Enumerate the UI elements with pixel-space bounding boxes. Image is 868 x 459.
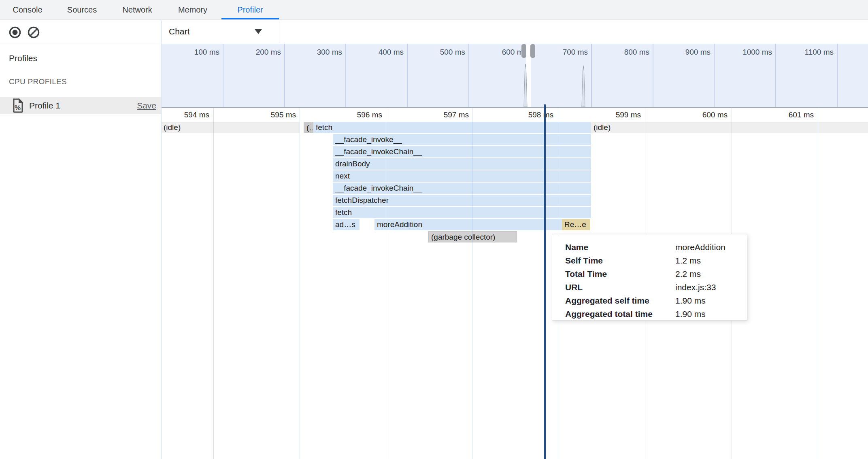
chevron-down-icon (255, 29, 262, 34)
ruler-tick-label: 600 ms (702, 110, 728, 119)
flame-block[interactable]: __facade_invokeChain__ (333, 146, 591, 157)
flame-block[interactable]: Re…e (562, 219, 590, 230)
selection-right-handle[interactable] (530, 44, 535, 58)
tab-memory[interactable]: Memory (168, 0, 217, 19)
profile-name: Profile 1 (29, 101, 60, 110)
devtools-profiler-panel: ConsoleSourcesNetworkMemoryProfiler Char… (0, 0, 868, 459)
timeline-overview[interactable]: 100 ms200 ms300 ms400 ms500 ms600 ms700 … (161, 44, 868, 108)
tooltip-row-value: 1.2 ms (675, 254, 701, 267)
svg-text:%: % (15, 104, 21, 112)
record-icon[interactable] (8, 26, 22, 39)
tooltip-row-label: URL (565, 280, 675, 294)
grid-line (386, 108, 386, 459)
flame-block[interactable]: moreAddition (374, 219, 562, 230)
sidebar-divider (161, 20, 162, 459)
flame-block[interactable]: next (333, 170, 591, 182)
ruler-tick-label: 601 ms (789, 110, 814, 119)
tooltip-row-label: Total Time (565, 267, 675, 280)
tab-sources[interactable]: Sources (57, 0, 107, 19)
toolbar (0, 20, 868, 43)
view-select-value: Chart (169, 27, 189, 36)
detail-ruler: 594 ms595 ms596 ms597 ms598 ms599 ms600 … (161, 108, 868, 122)
ruler-tick-label: 599 ms (616, 110, 641, 119)
grid-line (300, 108, 300, 459)
flame-block[interactable]: (idle) (591, 122, 868, 133)
tooltip-row-value: 1.90 ms (675, 307, 706, 321)
tooltip-row: Total Time2.2 ms (565, 267, 747, 280)
ruler-tick-label: 594 ms (184, 110, 209, 119)
profile-document-icon: % (11, 98, 24, 113)
tooltip-row: URLindex.js:33 (565, 280, 747, 294)
profiles-heading: Profiles (9, 53, 37, 63)
tooltip-row-label: Aggregated total time (565, 307, 675, 321)
flame-block[interactable]: fetch (333, 207, 591, 218)
flame-block[interactable]: ad…s (333, 219, 360, 230)
selection-left-handle[interactable] (521, 44, 526, 58)
cpu-activity-spikes (161, 44, 868, 107)
flame-block[interactable]: fetchDispatcher (333, 195, 591, 206)
sidebar-item-profile-1[interactable]: % Profile 1 Save (0, 97, 161, 114)
tooltip-row: Aggregated total time1.90 ms (565, 307, 747, 321)
flame-block[interactable]: fetch (313, 122, 591, 133)
tab-network[interactable]: Network (113, 0, 162, 19)
tooltip-row-label: Aggregated self time (565, 294, 675, 307)
grid-line (213, 108, 214, 459)
tab-strip: ConsoleSourcesNetworkMemoryProfiler (0, 0, 868, 20)
flame-block[interactable]: drainBody (333, 158, 591, 170)
flame-block[interactable]: __facade_invoke__ (333, 134, 591, 145)
grid-line (472, 108, 472, 459)
cpu-profiles-heading: CPU PROFILES (9, 77, 67, 86)
ruler-tick-label: 596 ms (357, 110, 382, 119)
flame-block[interactable]: (garbage collector) (428, 231, 517, 242)
ruler-tick-label: 598 ms (528, 110, 553, 119)
view-select[interactable]: Chart (162, 20, 279, 43)
tab-profiler[interactable]: Profiler (221, 0, 279, 19)
tooltip-row-label: Name (565, 240, 675, 254)
tooltip-row-value: moreAddition (675, 240, 725, 254)
tab-console[interactable]: Console (3, 0, 52, 19)
tooltip-row-value: index.js:33 (675, 280, 716, 294)
tooltip-row: Self Time1.2 ms (565, 254, 747, 267)
tooltip-row: Aggregated self time1.90 ms (565, 294, 747, 307)
tooltip-row: NamemoreAddition (565, 240, 747, 254)
tooltip-row-value: 1.90 ms (675, 294, 706, 307)
flame-chart: (idle)(…fetch(idle)__facade_invoke____fa… (0, 122, 868, 247)
tooltip-row-label: Self Time (565, 254, 675, 267)
clear-icon[interactable] (27, 26, 40, 39)
flame-block[interactable]: (idle) (161, 122, 300, 133)
save-link[interactable]: Save (137, 101, 156, 110)
ruler-tick-label: 597 ms (444, 110, 469, 119)
time-cursor (544, 104, 546, 459)
flame-block[interactable]: (… (304, 122, 313, 133)
frame-tooltip: NamemoreAdditionSelf Time1.2 msTotal Tim… (552, 234, 747, 321)
ruler-tick-label: 595 ms (271, 110, 296, 119)
flame-block[interactable]: __facade_invokeChain__ (333, 183, 591, 194)
grid-line (818, 108, 818, 459)
tooltip-row-value: 2.2 ms (675, 267, 701, 280)
